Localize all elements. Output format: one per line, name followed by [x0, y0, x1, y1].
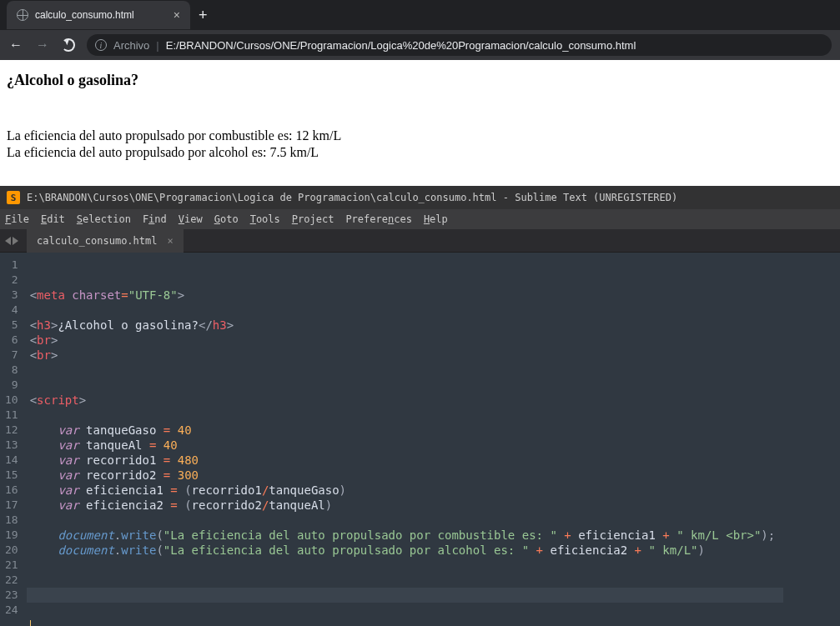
ln: 12 — [5, 423, 18, 438]
menu-goto[interactable]: Goto — [214, 213, 239, 225]
address-bar[interactable]: i Archivo | E:/BRANDON/Cursos/ONE/Progra… — [87, 34, 832, 56]
output-line-1: La eficiencia del auto propulsado por co… — [7, 128, 833, 144]
ln: 1 — [5, 258, 18, 273]
ln: 3 — [5, 288, 18, 303]
ln: 10 — [5, 393, 18, 408]
sublime-title: E:\BRANDON\Cursos\ONE\Programacion\Logic… — [27, 192, 677, 203]
ln: 21 — [5, 558, 18, 573]
close-tab-icon[interactable]: × — [174, 8, 180, 22]
browser-chrome: calculo_consumo.html × + ← → i Archivo |… — [0, 0, 840, 60]
back-button[interactable]: ← — [8, 38, 23, 53]
menu-find[interactable]: Find — [143, 213, 167, 225]
sublime-window: S E:\BRANDON\Cursos\ONE\Programacion\Log… — [0, 186, 840, 626]
ln: 13 — [5, 438, 18, 453]
reload-button[interactable] — [62, 38, 75, 52]
forward-button[interactable]: → — [35, 38, 50, 53]
ln: 24 — [5, 603, 18, 618]
ln: 4 — [5, 303, 18, 318]
menu-file[interactable]: File — [5, 213, 29, 225]
editor-tab-name: calculo_consumo.html — [37, 235, 158, 247]
ln: 23 — [5, 588, 18, 603]
tab-strip: calculo_consumo.html × + — [0, 0, 840, 30]
browser-tab[interactable]: calculo_consumo.html × — [7, 1, 190, 29]
ln: 2 — [5, 273, 18, 288]
editor-tab[interactable]: calculo_consumo.html × — [27, 229, 184, 253]
menu-edit[interactable]: Edit — [41, 213, 65, 225]
ln: 17 — [5, 498, 18, 513]
caret — [30, 620, 31, 626]
current-line-highlight — [27, 588, 784, 603]
ln: 8 — [5, 363, 18, 378]
output-line-2: La eficiencia del auto propulsado por al… — [7, 144, 833, 161]
url-separator: | — [156, 39, 158, 52]
new-tab-button[interactable]: + — [190, 7, 216, 24]
url-text: E:/BRANDON/Cursos/ONE/Programacion/Logic… — [166, 39, 636, 52]
tab-history-buttons — [0, 237, 23, 245]
tab-next-icon[interactable] — [13, 237, 18, 245]
ln: 16 — [5, 483, 18, 498]
ln: 19 — [5, 528, 18, 543]
menu-selection[interactable]: Selection — [77, 213, 131, 225]
code-area[interactable]: <meta charset="UTF-8"> <h3>¿Alcohol o ga… — [27, 253, 784, 626]
ln: 18 — [5, 513, 18, 528]
ln: 14 — [5, 453, 18, 468]
ln: 11 — [5, 408, 18, 423]
tab-prev-icon[interactable] — [5, 237, 11, 245]
sublime-tab-bar: calculo_consumo.html × — [0, 229, 840, 253]
sublime-titlebar[interactable]: S E:\BRANDON\Cursos\ONE\Programacion\Log… — [0, 186, 840, 209]
line-gutter: 1 2 3 4 5 6 7 8 9 10 11 12 13 14 15 16 1… — [0, 253, 27, 626]
ln: 7 — [5, 348, 18, 363]
menu-preferences[interactable]: Preferences — [345, 213, 412, 225]
ln: 15 — [5, 468, 18, 483]
globe-icon — [17, 9, 28, 21]
menu-project[interactable]: Project — [292, 213, 334, 225]
ln: 5 — [5, 318, 18, 333]
menu-help[interactable]: Help — [424, 213, 448, 225]
site-info-icon[interactable]: i — [95, 39, 107, 51]
browser-toolbar: ← → i Archivo | E:/BRANDON/Cursos/ONE/Pr… — [0, 30, 840, 60]
menu-tools[interactable]: Tools — [250, 213, 280, 225]
ln: 6 — [5, 333, 18, 348]
editor-tab-close-icon[interactable]: × — [168, 235, 174, 247]
tab-title: calculo_consumo.html — [35, 9, 134, 21]
page-heading: ¿Alcohol o gasolina? — [7, 72, 833, 89]
rendered-page: ¿Alcohol o gasolina? La eficiencia del a… — [0, 60, 840, 186]
sublime-logo-icon: S — [7, 191, 20, 204]
menu-view[interactable]: View — [179, 213, 203, 225]
ln: 22 — [5, 573, 18, 588]
editor-area: 1 2 3 4 5 6 7 8 9 10 11 12 13 14 15 16 1… — [0, 253, 840, 626]
url-scheme-label: Archivo — [113, 39, 149, 52]
sublime-menubar: File Edit Selection Find View Goto Tools… — [0, 209, 840, 229]
ln: 9 — [5, 378, 18, 393]
ln: 20 — [5, 543, 18, 558]
